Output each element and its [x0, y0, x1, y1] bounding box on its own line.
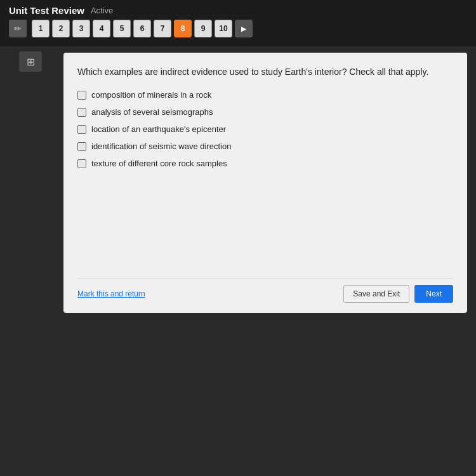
option-label-2: analysis of several seismographs: [91, 107, 213, 117]
card-container: Which examples are indirect evidence use…: [61, 46, 476, 364]
left-sidebar: ⊞: [0, 46, 61, 364]
top-bar: Unit Test Review Active ✏ 1 2 3 4 5 6 7 …: [0, 0, 476, 46]
option-item-2[interactable]: analysis of several seismographs: [77, 107, 453, 117]
nav-row: ✏ 1 2 3 4 5 6 7 8 9 10 ▶: [9, 20, 467, 43]
nav-btn-6[interactable]: 6: [133, 20, 151, 37]
nav-btn-2[interactable]: 2: [52, 20, 70, 37]
nav-btn-7[interactable]: 7: [154, 20, 171, 37]
option-label-5: texture of different core rock samples: [91, 159, 227, 168]
question-text: Which examples are indirect evidence use…: [77, 65, 453, 79]
nav-forward-button[interactable]: ▶: [235, 20, 253, 37]
question-card: Which examples are indirect evidence use…: [63, 53, 467, 313]
checkbox-1[interactable]: [77, 91, 86, 100]
nav-btn-5[interactable]: 5: [113, 20, 131, 37]
option-item-3[interactable]: location of an earthquake's epicenter: [77, 124, 453, 134]
save-exit-button[interactable]: Save and Exit: [343, 285, 409, 303]
next-button[interactable]: Next: [414, 285, 453, 303]
option-label-1: composition of minerals in a rock: [91, 90, 211, 100]
grid-icon-button[interactable]: ⊞: [19, 51, 42, 72]
content-area: ⊞ Which examples are indirect evidence u…: [0, 46, 476, 364]
option-label-3: location of an earthquake's epicenter: [91, 124, 226, 134]
status-badge: Active: [91, 6, 113, 15]
page-title: Unit Test Review: [9, 5, 84, 16]
nav-btn-9[interactable]: 9: [194, 20, 212, 37]
mark-return-link[interactable]: Mark this and return: [77, 289, 145, 298]
nav-btn-8[interactable]: 8: [174, 20, 192, 37]
title-row: Unit Test Review Active: [9, 5, 467, 16]
edit-button[interactable]: ✏: [9, 20, 27, 37]
checkbox-4[interactable]: [77, 142, 86, 151]
nav-btn-1[interactable]: 1: [32, 20, 50, 37]
checkbox-3[interactable]: [77, 125, 86, 134]
checkbox-2[interactable]: [77, 108, 86, 117]
nav-btn-10[interactable]: 10: [215, 20, 232, 37]
option-item-4[interactable]: identification of seismic wave direction: [77, 142, 453, 151]
action-buttons: Save and Exit Next: [343, 285, 453, 303]
option-item-5[interactable]: texture of different core rock samples: [77, 159, 453, 168]
checkbox-5[interactable]: [77, 159, 86, 168]
options-list: composition of minerals in a rock analys…: [77, 90, 453, 168]
edit-icon: ✏: [14, 23, 22, 34]
grid-icon: ⊞: [27, 56, 35, 68]
nav-btn-3[interactable]: 3: [72, 20, 90, 37]
option-item-1[interactable]: composition of minerals in a rock: [77, 90, 453, 100]
option-label-4: identification of seismic wave direction: [91, 142, 231, 151]
bottom-bar: Mark this and return Save and Exit Next: [77, 278, 453, 303]
nav-btn-4[interactable]: 4: [93, 20, 110, 37]
